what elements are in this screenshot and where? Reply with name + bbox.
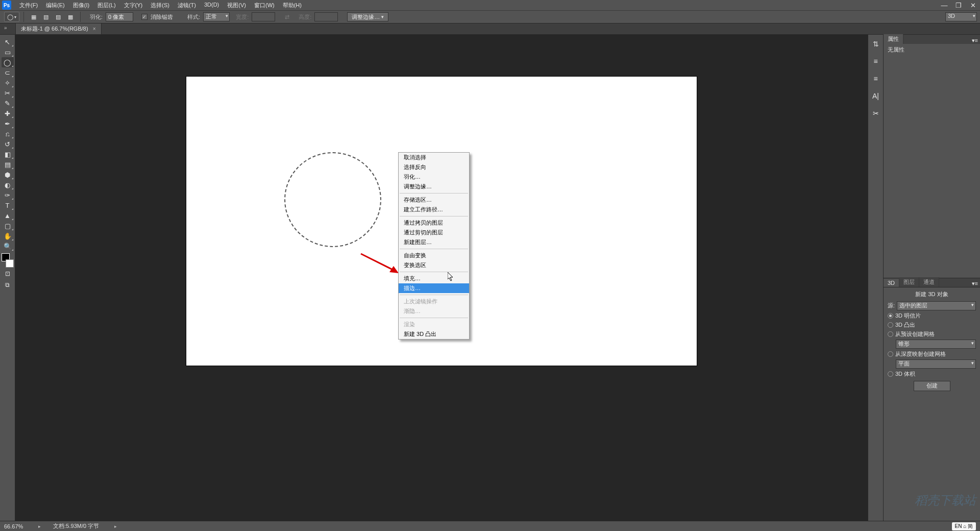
antialias-checkbox[interactable]: ✓ [141,14,148,20]
new-selection-icon[interactable]: ▦ [28,12,39,22]
tab-channels[interactable]: 通道 [919,277,939,287]
menu-1[interactable]: 编辑(E) [43,1,68,10]
quick-mask-1[interactable]: ⧉ [2,280,14,290]
mini-dock: ⇅≡≡A|✂ [868,35,883,521]
panel-menu-icon[interactable]: ▾≡ [970,37,980,44]
tab-close-icon[interactable]: × [93,26,96,32]
eyedropper-tool[interactable]: ✎ [2,98,14,108]
canvas-area[interactable]: 取消选择选择反向羽化…调整边缘…存储选区…建立工作路径…通过拷贝的图层通过剪切的… [15,35,868,521]
ctx-item[interactable]: 通过拷贝的图层 [399,218,469,228]
dock-icon-1[interactable]: ≡ [873,57,877,65]
3d-create-button[interactable]: 创建 [914,381,950,391]
menu-4[interactable]: 文字(Y) [121,1,146,10]
doc-info-arrow-icon[interactable]: ▸ [114,524,117,529]
refine-edge-button[interactable]: 调整边缘… [347,12,388,21]
blur-tool[interactable]: ⬢ [2,170,14,180]
workspace-switcher[interactable]: 3D [945,12,977,21]
clone-stamp-tool[interactable]: ⎌ [2,129,14,139]
radio-icon[interactable] [888,331,893,337]
3d-option-row[interactable]: 从预设创建网格 [888,330,976,338]
add-selection-icon[interactable]: ▧ [40,12,52,22]
radio-icon[interactable] [888,371,893,377]
expand-tabs-icon[interactable]: » [4,25,7,31]
subtract-selection-icon[interactable]: ▨ [53,12,64,22]
zoom-tool[interactable]: 🔍 [2,241,14,251]
3d-option-row[interactable]: 3D 体积 [888,370,976,378]
quick-mask-0[interactable]: ⊡ [2,269,14,279]
eraser-tool[interactable]: ◧ [2,149,14,159]
elliptical-selection[interactable] [284,152,381,247]
3d-option-row[interactable]: 从深度映射创建网格 [888,350,976,358]
menu-3[interactable]: 图层(L) [94,1,118,10]
menu-2[interactable]: 图像(I) [70,1,92,10]
menu-0[interactable]: 文件(F) [16,1,41,10]
ctx-item[interactable]: 羽化… [399,172,469,182]
tab-3d[interactable]: 3D [884,279,899,287]
document-tab[interactable]: 未标题-1 @ 66.7%(RGB/8) × [15,23,102,34]
ctx-item[interactable]: 选择反向 [399,162,469,172]
ctx-item[interactable]: 取消选择 [399,153,469,162]
doc-info[interactable]: 文档:5.93M/0 字节 [53,522,99,530]
gradient-tool[interactable]: ▤ [2,159,14,170]
3d-option-select[interactable]: 平面 [896,359,976,369]
document-tabbar: » 未标题-1 @ 66.7%(RGB/8) × [0,23,980,35]
ctx-item[interactable]: 新建 3D 凸出 [399,329,469,339]
intersect-selection-icon[interactable]: ▩ [65,12,76,22]
panel-menu-icon[interactable]: ▾≡ [970,280,980,287]
menu-6[interactable]: 滤镜(T) [175,1,199,10]
dock-icon-2[interactable]: ≡ [873,75,877,83]
ctx-item[interactable]: 调整边缘… [399,182,469,191]
dodge-tool[interactable]: ◐ [2,180,14,190]
feather-input[interactable] [106,12,133,21]
ctx-item[interactable]: 新建图层… [399,237,469,247]
history-brush-tool[interactable]: ↺ [2,139,14,149]
dock-icon-0[interactable]: ⇅ [873,40,879,48]
type-tool[interactable]: T [2,200,14,210]
zoom-level[interactable]: 66.67% [4,523,23,529]
menu-10[interactable]: 帮助(H) [280,1,305,10]
minimize-button[interactable]: — [937,2,951,9]
dock-icon-3[interactable]: A| [872,92,879,100]
crop-tool[interactable]: ✂ [2,88,14,98]
radio-icon[interactable] [888,313,893,319]
current-tool-icon[interactable]: ◯ ▾ [4,12,19,22]
maximize-button[interactable]: ❐ [951,2,966,9]
menu-5[interactable]: 选择(S) [148,1,173,10]
ctx-item[interactable]: 填充… [399,274,469,283]
menu-9[interactable]: 窗口(W) [251,1,278,10]
close-button[interactable]: ✕ [966,2,980,9]
magic-wand-tool[interactable]: ✧ [2,78,14,88]
path-select-tool[interactable]: ▲ [2,210,14,221]
properties-tab[interactable]: 属性 [884,34,903,44]
radio-icon[interactable] [888,351,893,357]
hand-tool[interactable]: ✋ [2,231,14,241]
color-swatches[interactable] [2,253,14,268]
move-tool[interactable]: ↖ [2,37,14,47]
3d-option-row[interactable]: 3D 明信片 [888,312,976,320]
menu-8[interactable]: 视图(V) [224,1,249,10]
tab-layers[interactable]: 图层 [899,277,919,287]
menu-7[interactable]: 3D(D) [201,1,222,10]
style-select[interactable]: 正常 [203,12,230,21]
ime-indicator[interactable]: EN ⌂ 简 [952,522,976,530]
shape-tool[interactable]: ▢ [2,221,14,231]
ctx-item[interactable]: 通过剪切的图层 [399,228,469,237]
canvas[interactable]: 取消选择选择反向羽化…调整边缘…存储选区…建立工作路径…通过拷贝的图层通过剪切的… [186,77,697,366]
ctx-item[interactable]: 存储选区… [399,195,469,205]
3d-option-select[interactable]: 锥形 [896,340,976,349]
ctx-item[interactable]: 建立工作路径… [399,205,469,214]
rect-marquee-tool[interactable]: ▭ [2,47,14,57]
brush-tool[interactable]: ✒ [2,118,14,129]
3d-option-row[interactable]: 3D 凸出 [888,321,976,329]
ctx-item[interactable]: 自由变换 [399,251,469,260]
lasso-tool[interactable]: ⊂ [2,67,14,78]
ctx-item[interactable]: 描边… [399,283,469,293]
radio-icon[interactable] [888,322,893,328]
ctx-item[interactable]: 变换选区 [399,260,469,270]
dock-icon-4[interactable]: ✂ [873,109,879,117]
pen-tool[interactable]: ✑ [2,190,14,200]
ellipse-marquee-tool[interactable]: ◯ [2,57,14,67]
healing-brush-tool[interactable]: ✚ [2,108,14,118]
zoom-arrow-icon[interactable]: ▸ [38,524,41,529]
3d-source-select[interactable]: 选中的图层 [897,301,976,310]
